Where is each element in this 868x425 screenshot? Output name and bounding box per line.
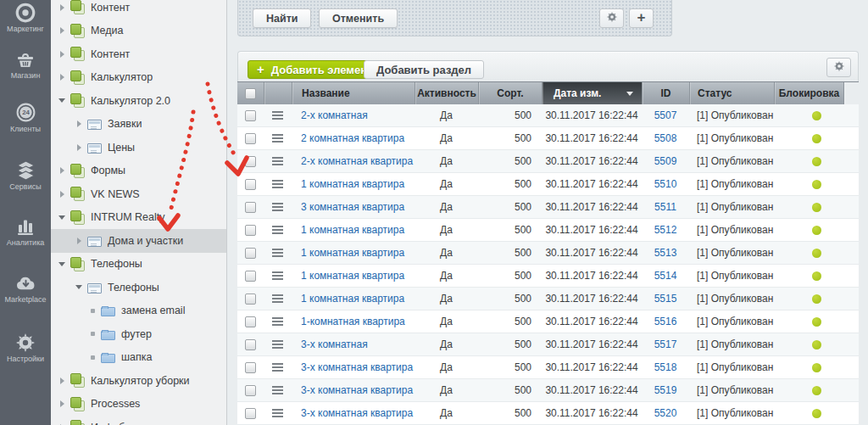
tree-item[interactable]: Калькулятор 2.0 [51, 89, 226, 113]
chevron-right-icon[interactable] [58, 167, 66, 174]
tree-item[interactable]: футер [51, 322, 226, 346]
chevron-right-icon[interactable] [58, 377, 66, 384]
row-menu-icon[interactable] [272, 363, 283, 365]
row-checkbox[interactable] [245, 362, 256, 373]
column-header-name[interactable]: Название [292, 82, 415, 104]
tree-item[interactable]: Контент [51, 0, 226, 20]
add-filter-button[interactable]: + [629, 8, 654, 28]
row-checkbox[interactable] [245, 202, 256, 213]
chevron-right-icon[interactable] [75, 144, 83, 151]
column-header-sort[interactable]: Сорт. [478, 82, 542, 104]
chevron-right-icon[interactable] [58, 74, 66, 81]
element-id-link[interactable]: 5507 [654, 109, 677, 121]
filter-settings-button[interactable] [599, 8, 624, 28]
element-name-link[interactable]: 1 комнатная квартира [301, 270, 404, 282]
element-name-link[interactable]: 3-х комнатная квартира [301, 361, 413, 373]
tree-item[interactable]: Заявки [51, 113, 226, 137]
row-checkbox[interactable] [245, 156, 256, 167]
row-checkbox[interactable] [245, 179, 256, 190]
tree-item[interactable]: Контент [51, 42, 226, 66]
grid-settings-button[interactable] [826, 58, 851, 77]
element-name-link[interactable]: 3-х комнатная квартира [301, 384, 413, 396]
element-id-link[interactable]: 5514 [654, 270, 677, 282]
sidebar-item-настройки[interactable]: Настройки [0, 331, 51, 363]
element-name-link[interactable]: 1 комнатная квартира [301, 178, 404, 190]
element-id-link[interactable]: 5517 [654, 338, 677, 350]
chevron-down-icon[interactable] [58, 262, 66, 266]
column-header-id[interactable]: ID [642, 82, 689, 104]
sidebar-item-аналитика[interactable]: Аналитика [0, 215, 51, 247]
sidebar-item-магазин[interactable]: Магазин [0, 48, 51, 80]
add-section-button[interactable]: Добавить раздел [364, 60, 484, 79]
row-checkbox[interactable] [245, 133, 256, 144]
column-header-status[interactable]: Статус [689, 82, 774, 104]
row-menu-icon[interactable] [272, 294, 283, 296]
element-id-link[interactable]: 5511 [654, 201, 676, 213]
element-id-link[interactable]: 5519 [654, 384, 677, 396]
row-menu-icon[interactable] [272, 134, 283, 136]
element-id-link[interactable]: 5518 [654, 361, 677, 373]
select-all-checkbox[interactable] [245, 88, 256, 99]
tree-item[interactable]: Processes [51, 393, 226, 417]
chevron-right-icon[interactable] [58, 27, 66, 34]
tree-item[interactable]: Дома и участки [51, 229, 226, 253]
sidebar-item-сервисы[interactable]: Сервисы [0, 159, 51, 191]
element-name-link[interactable]: 1 комнатная квартира [301, 293, 404, 305]
element-name-link[interactable]: 3-х комнатная [301, 338, 368, 350]
row-menu-icon[interactable] [272, 386, 283, 388]
bullet-icon[interactable] [88, 309, 97, 313]
column-header-modified-sorted[interactable]: Дата изм. [542, 82, 642, 104]
tree-item[interactable]: Калькулятор уборки [51, 369, 226, 393]
row-menu-icon[interactable] [272, 157, 283, 159]
tree-item[interactable]: INTRUM Realty [51, 206, 226, 230]
row-menu-icon[interactable] [272, 409, 283, 411]
chevron-right-icon[interactable] [58, 400, 66, 407]
column-header-active[interactable]: Активность [415, 82, 478, 104]
chevron-right-icon[interactable] [75, 238, 83, 244]
element-id-link[interactable]: 5508 [654, 132, 677, 144]
element-name-link[interactable]: 3-х комнатная квартира [301, 407, 413, 419]
tree-item[interactable]: Медиа [51, 20, 226, 43]
row-checkbox[interactable] [245, 385, 256, 396]
element-id-link[interactable]: 5515 [654, 293, 677, 305]
chevron-down-icon[interactable] [75, 285, 83, 289]
find-button[interactable]: Найти [253, 8, 311, 28]
tree-item[interactable]: замена email [51, 299, 226, 323]
sidebar-item-marketplace[interactable]: Marketplace [0, 271, 51, 304]
tree-item[interactable]: Калькулятор [51, 66, 226, 90]
tree-item[interactable]: Цены [51, 136, 226, 159]
row-menu-icon[interactable] [272, 111, 283, 113]
chevron-down-icon[interactable] [58, 98, 66, 103]
row-checkbox[interactable] [245, 408, 256, 419]
element-name-link[interactable]: 3 комнатная квартира [301, 201, 404, 213]
chevron-right-icon[interactable] [58, 191, 66, 198]
tree-item[interactable]: Телефоны [51, 253, 226, 277]
row-menu-icon[interactable] [272, 226, 283, 227]
sidebar-item-маркетинг[interactable]: Маркетинг [0, 1, 51, 33]
row-checkbox[interactable] [245, 110, 256, 121]
row-menu-icon[interactable] [272, 203, 283, 204]
element-id-link[interactable]: 5516 [654, 316, 677, 327]
tree-item[interactable]: Формы [51, 159, 226, 183]
tree-item[interactable]: VK NEWS [51, 182, 226, 206]
element-name-link[interactable]: 2 комнатная квартира [301, 132, 404, 144]
row-checkbox[interactable] [245, 294, 256, 305]
row-menu-icon[interactable] [272, 340, 283, 342]
bullet-icon[interactable] [88, 332, 97, 336]
row-checkbox[interactable] [245, 225, 256, 236]
chevron-right-icon[interactable] [58, 4, 66, 11]
element-name-link[interactable]: 1 комнатная квартира [301, 247, 404, 259]
row-menu-icon[interactable] [272, 180, 283, 182]
row-checkbox[interactable] [245, 248, 256, 259]
row-checkbox[interactable] [245, 339, 256, 350]
chevron-right-icon[interactable] [75, 120, 83, 127]
element-id-link[interactable]: 5513 [654, 247, 677, 259]
row-checkbox[interactable] [245, 271, 256, 282]
element-name-link[interactable]: 2-х комнатная квартира [301, 155, 413, 167]
element-name-link[interactable]: 1 комнатная квартира [301, 224, 404, 236]
element-id-link[interactable]: 5509 [654, 155, 677, 167]
column-header-lock[interactable]: Блокировка [774, 82, 843, 104]
tree-item[interactable]: Инфоблоки [51, 416, 226, 425]
row-menu-icon[interactable] [272, 317, 283, 319]
element-name-link[interactable]: 1-комнатная квартира [301, 316, 405, 327]
